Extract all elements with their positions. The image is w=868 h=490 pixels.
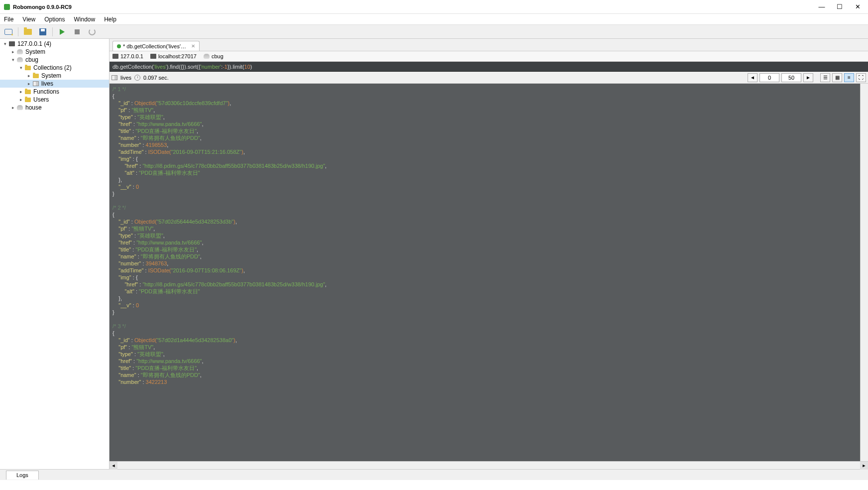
tree-label: Functions xyxy=(33,88,59,95)
tree-root[interactable]: ▾ 127.0.0.1 (4) xyxy=(0,40,109,48)
toggle-icon[interactable]: ▸ xyxy=(26,73,32,78)
menu-file[interactable]: File xyxy=(4,16,13,23)
tree-item[interactable]: ▾cbug xyxy=(0,56,109,64)
close-tab-icon[interactable]: ✕ xyxy=(191,43,195,49)
stop-button[interactable] xyxy=(72,26,83,37)
separator xyxy=(18,27,18,36)
offset-input[interactable] xyxy=(760,73,779,82)
save-button[interactable] xyxy=(37,26,48,37)
conn-host: 127.0.0.1 xyxy=(112,53,143,59)
scroll-left-icon[interactable]: ◄ xyxy=(109,462,117,470)
tree-label: house xyxy=(25,104,42,111)
query-tab[interactable]: * db.getCollection('lives'… ✕ xyxy=(112,41,200,51)
folder-icon xyxy=(32,72,40,79)
tree-label: cbug xyxy=(25,56,38,63)
folder-icon xyxy=(24,96,32,103)
stop-icon xyxy=(75,29,80,34)
play-icon xyxy=(60,29,65,35)
scroll-right-icon[interactable]: ► xyxy=(860,462,868,470)
host-icon xyxy=(112,54,118,59)
execute-button[interactable] xyxy=(57,26,68,37)
monitor-icon xyxy=(4,29,12,35)
toggle-icon[interactable]: ▾ xyxy=(2,41,8,46)
toggle-icon[interactable]: ▾ xyxy=(10,57,16,62)
clock-icon xyxy=(134,75,140,81)
tree-item[interactable]: ▸Users xyxy=(0,96,109,104)
result-collection: lives xyxy=(120,75,131,81)
folder-icon xyxy=(24,88,32,95)
query-editor[interactable]: db.getCollection('lives').find({}).sort(… xyxy=(109,62,868,72)
logs-tab[interactable]: Logs xyxy=(6,471,39,480)
open-button[interactable] xyxy=(22,26,33,37)
window-title: Robomongo 0.9.0-RC9 xyxy=(13,4,817,10)
view-text-button[interactable]: ≡ xyxy=(844,73,854,82)
database-icon xyxy=(16,56,24,63)
minimize-button[interactable]: — xyxy=(817,2,826,11)
toggle-icon[interactable]: ▸ xyxy=(10,105,16,110)
database-icon xyxy=(16,48,24,55)
tree-item[interactable]: ▸System xyxy=(0,72,109,80)
result-time: 0.097 sec. xyxy=(143,75,169,81)
connection-tree: ▾ 127.0.0.1 (4) ▸System▾cbug▾Collections… xyxy=(0,39,109,113)
limit-input[interactable] xyxy=(781,73,801,82)
vertical-scrollbar[interactable] xyxy=(860,84,868,461)
view-expand-button[interactable]: ⛶ xyxy=(856,73,866,82)
view-tree-button[interactable]: ☰ xyxy=(820,73,830,82)
folder-icon xyxy=(24,64,32,71)
folder-open-icon xyxy=(24,29,32,35)
result-text-view[interactable]: /* 1 */ { "_id" : ObjectId("57d0306c10dc… xyxy=(109,84,868,461)
menu-help[interactable]: Help xyxy=(104,16,116,23)
separator xyxy=(52,27,53,36)
toggle-icon[interactable]: ▾ xyxy=(18,65,24,70)
host-icon xyxy=(8,40,16,47)
collection-icon xyxy=(111,75,117,80)
toggle-icon[interactable]: ▸ xyxy=(10,49,16,54)
tree-item[interactable]: ▸lives xyxy=(0,80,109,88)
view-table-button[interactable]: ▦ xyxy=(832,73,842,82)
toggle-icon[interactable]: ▸ xyxy=(26,81,32,86)
connect-button[interactable] xyxy=(3,26,14,37)
tree-item[interactable]: ▸house xyxy=(0,104,109,112)
menu-view[interactable]: View xyxy=(22,16,35,23)
tree-label: System xyxy=(25,48,45,55)
save-icon xyxy=(39,28,46,35)
mongo-leaf-icon xyxy=(117,44,121,48)
page-next-button[interactable]: ► xyxy=(803,73,813,82)
toggle-icon[interactable]: ▸ xyxy=(18,97,24,102)
close-button[interactable]: ✕ xyxy=(853,2,862,11)
refresh-icon xyxy=(89,28,96,35)
tree-label: System xyxy=(41,72,61,79)
database-icon xyxy=(16,104,24,111)
maximize-button[interactable]: ☐ xyxy=(835,2,844,11)
tree-item[interactable]: ▾Collections (2) xyxy=(0,64,109,72)
sidebar: ▾ 127.0.0.1 (4) ▸System▾cbug▾Collections… xyxy=(0,39,109,469)
tree-item[interactable]: ▸Functions xyxy=(0,88,109,96)
tab-label: * db.getCollection('lives'… xyxy=(123,43,186,49)
tree-label: Users xyxy=(33,96,49,103)
conn-server: localhost:27017 xyxy=(150,53,197,59)
conn-db: cbug xyxy=(204,53,223,59)
page-prev-button[interactable]: ◄ xyxy=(748,73,758,82)
horizontal-scrollbar[interactable]: ◄ ► xyxy=(109,461,868,469)
menu-window[interactable]: Window xyxy=(74,16,96,23)
database-icon xyxy=(204,54,210,59)
collection-icon xyxy=(32,80,40,87)
refresh-button[interactable] xyxy=(87,26,98,37)
menu-options[interactable]: Options xyxy=(44,16,65,23)
toggle-icon[interactable]: ▸ xyxy=(18,89,24,94)
tree-label: 127.0.0.1 (4) xyxy=(17,40,51,47)
app-logo-icon xyxy=(4,4,10,10)
tree-label: lives xyxy=(41,80,53,87)
server-icon xyxy=(150,54,156,59)
tree-label: Collections (2) xyxy=(33,64,72,71)
tree-item[interactable]: ▸System xyxy=(0,48,109,56)
